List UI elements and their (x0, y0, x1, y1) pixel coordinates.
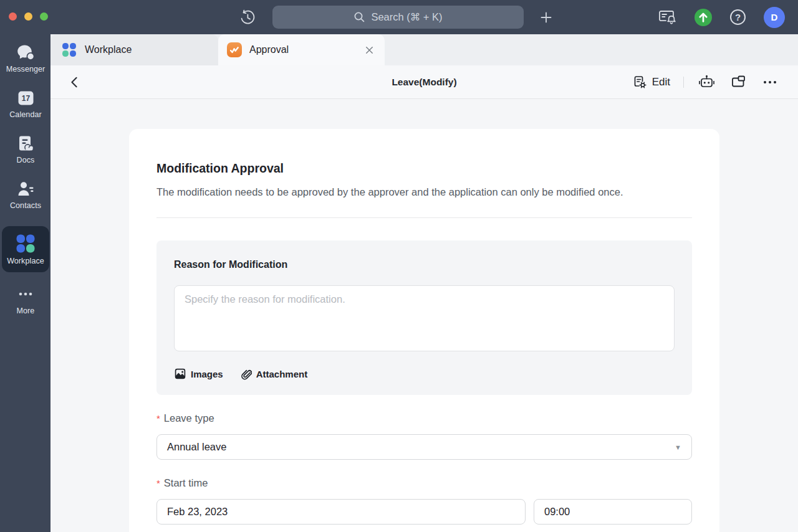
screen-bell-icon (658, 9, 676, 25)
images-label: Images (191, 369, 223, 379)
header-actions: Edit (632, 65, 779, 99)
minimize-window-button[interactable] (24, 12, 32, 21)
titlebar-right-actions: ? D (658, 0, 785, 34)
workplace-icon (16, 234, 35, 253)
upgrade-button[interactable] (695, 9, 712, 26)
arrow-up-icon (695, 9, 712, 26)
divider (156, 217, 692, 218)
sidebar-item-docs[interactable]: Docs (2, 135, 49, 164)
question-mark-icon: ? (735, 12, 741, 22)
attach-row: Images Attachment (174, 368, 675, 380)
plus-icon (539, 10, 554, 25)
start-time-input[interactable] (534, 499, 692, 525)
new-tab-button[interactable] (537, 9, 555, 26)
tab-approval[interactable]: Approval (218, 34, 385, 65)
approval-app-icon (227, 42, 242, 57)
messenger-icon (17, 44, 35, 61)
workplace-tab-icon (62, 42, 77, 57)
more-actions-button[interactable] (761, 73, 779, 92)
sidebar-item-calendar[interactable]: 17 Calendar (2, 90, 49, 119)
help-button[interactable]: ? (730, 9, 746, 25)
leave-type-field: * Leave type Annual leave ▼ (156, 412, 692, 460)
window-controls (9, 12, 48, 21)
more-dots-icon (16, 286, 35, 303)
sidebar-label: Calendar (9, 110, 42, 119)
titlebar: Search (⌘ + K) (0, 0, 798, 34)
history-icon (239, 9, 256, 26)
leave-type-value: Annual leave (167, 441, 675, 453)
user-avatar[interactable]: D (764, 7, 785, 28)
edit-button[interactable]: Edit (632, 75, 670, 90)
start-time-field: * Start time (156, 477, 692, 525)
edit-label: Edit (652, 76, 670, 88)
open-in-window-button[interactable] (729, 73, 748, 92)
search-input[interactable]: Search (⌘ + K) (272, 6, 524, 29)
history-button[interactable] (239, 9, 256, 26)
svg-text:17: 17 (21, 94, 30, 103)
avatar-initial: D (771, 12, 778, 22)
sidebar-label: More (17, 306, 35, 315)
tab-workplace[interactable]: Workplace (50, 34, 218, 65)
robot-icon (698, 74, 715, 90)
picture-in-picture-icon (731, 75, 746, 90)
approval-form-card: Modification Approval The modification n… (129, 129, 719, 532)
ellipsis-icon (762, 74, 778, 90)
calendar-icon: 17 (17, 90, 35, 107)
add-images-button[interactable]: Images (174, 368, 223, 380)
zoom-window-button[interactable] (40, 12, 48, 21)
page-header: Leave(Modify) (50, 65, 798, 99)
close-tab-button[interactable] (362, 43, 376, 57)
edit-form-icon (632, 75, 647, 90)
docs-icon (17, 135, 34, 152)
sidebar-item-more[interactable]: More (2, 286, 49, 315)
separator (683, 77, 684, 88)
leave-type-label: * Leave type (156, 412, 692, 424)
tab-label: Workplace (85, 44, 132, 55)
sidebar-item-workplace[interactable]: Workplace (2, 226, 49, 272)
tab-strip: Workplace Approval (50, 34, 798, 65)
sidebar-label: Contacts (10, 201, 41, 210)
search-placeholder: Search (⌘ + K) (371, 11, 442, 23)
chevron-down-icon: ▼ (675, 444, 681, 451)
reason-section: Reason for Modification Images (156, 240, 692, 395)
sidebar-item-contacts[interactable]: Contacts (2, 181, 49, 210)
required-asterisk: * (156, 478, 160, 488)
reason-label: Reason for Modification (174, 259, 675, 270)
contacts-icon (17, 181, 34, 197)
required-asterisk: * (156, 413, 160, 424)
attachment-label: Attachment (256, 369, 308, 379)
search-icon (353, 11, 365, 23)
leave-type-select[interactable]: Annual leave ▼ (156, 434, 692, 460)
sidebar-label: Docs (17, 156, 35, 164)
tab-label: Approval (249, 44, 355, 55)
add-attachment-button[interactable]: Attachment (239, 368, 308, 380)
image-icon (174, 368, 186, 380)
sidebar-label: Messenger (6, 65, 46, 74)
content-area: Modification Approval The modification n… (50, 99, 798, 532)
sidebar-item-messenger[interactable]: Messenger (2, 44, 49, 74)
form-description: The modification needs to be approved by… (156, 183, 679, 201)
close-icon (365, 45, 374, 55)
approval-bot-button[interactable] (697, 73, 716, 92)
reason-textarea[interactable] (174, 285, 675, 351)
app-sidebar: Messenger 17 Calendar Docs (0, 34, 50, 532)
start-date-input[interactable] (156, 499, 526, 525)
sidebar-label: Workplace (7, 257, 44, 265)
close-window-button[interactable] (9, 12, 17, 21)
start-time-label: * Start time (156, 477, 692, 489)
form-title: Modification Approval (156, 161, 692, 176)
paperclip-icon (239, 368, 252, 380)
announcements-button[interactable] (658, 8, 676, 27)
